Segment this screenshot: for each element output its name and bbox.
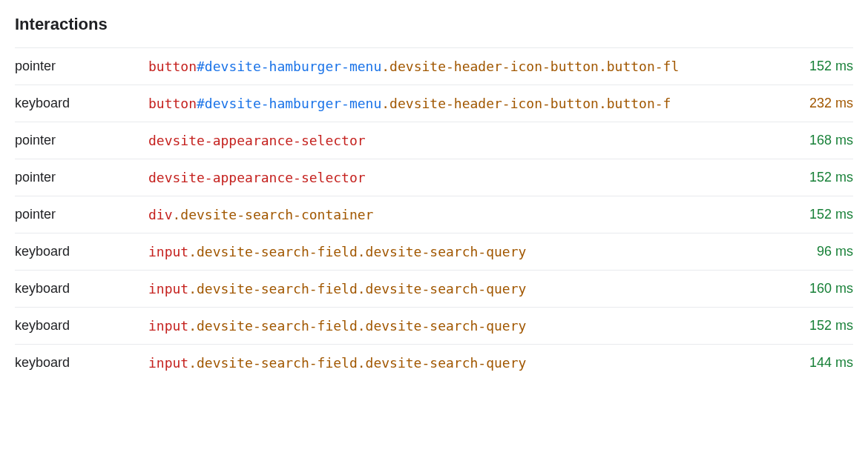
interaction-selector: button#devsite-hamburger-menu.devsite-he…	[148, 96, 772, 111]
interaction-type: keyboard	[15, 244, 148, 259]
interaction-duration: 168 ms	[772, 133, 853, 148]
selector-class: .devsite-search-query	[358, 281, 527, 296]
selector-class: .devsite-search-query	[358, 244, 527, 259]
selector-class: .devsite-header-icon-button	[381, 96, 599, 111]
interaction-row[interactable]: keyboardinput.devsite-search-field.devsi…	[15, 270, 853, 307]
interactions-list: pointerbutton#devsite-hamburger-menu.dev…	[15, 47, 853, 381]
interaction-selector: input.devsite-search-field.devsite-searc…	[148, 281, 772, 296]
interaction-selector: input.devsite-search-field.devsite-searc…	[148, 318, 772, 334]
interaction-type: pointer	[15, 59, 148, 74]
interaction-duration: 152 ms	[772, 59, 853, 74]
selector-class: .devsite-search-field	[188, 281, 358, 296]
section-title: Interactions	[15, 15, 853, 34]
interaction-duration: 232 ms	[772, 96, 853, 111]
selector-tag: input	[148, 355, 188, 371]
interaction-row[interactable]: pointerdevsite-appearance-selector152 ms	[15, 159, 853, 196]
selector-id: #devsite-hamburger-menu	[197, 96, 381, 111]
selector-tag: devsite-appearance-selector	[148, 170, 366, 185]
interaction-duration: 160 ms	[772, 281, 853, 296]
selector-tag: button	[148, 59, 197, 74]
interaction-row[interactable]: pointerdiv.devsite-search-container152 m…	[15, 196, 853, 233]
interaction-selector: devsite-appearance-selector	[148, 170, 772, 185]
selector-class: .devsite-search-field	[188, 355, 358, 371]
selector-class: .devsite-search-query	[358, 355, 527, 371]
selector-tag: div	[148, 207, 173, 222]
selector-class: .button-f	[599, 96, 671, 111]
interaction-type: pointer	[15, 170, 148, 185]
interaction-duration: 152 ms	[772, 207, 853, 222]
selector-class: .devsite-search-query	[358, 318, 527, 334]
interaction-type: keyboard	[15, 355, 148, 371]
interaction-selector: button#devsite-hamburger-menu.devsite-he…	[148, 59, 772, 74]
selector-tag: input	[148, 318, 188, 334]
interaction-duration: 144 ms	[772, 355, 853, 371]
selector-tag: input	[148, 244, 188, 259]
interaction-type: pointer	[15, 207, 148, 222]
interaction-row[interactable]: keyboardinput.devsite-search-field.devsi…	[15, 307, 853, 344]
interaction-type: keyboard	[15, 281, 148, 296]
interaction-row[interactable]: pointerbutton#devsite-hamburger-menu.dev…	[15, 47, 853, 84]
interaction-type: keyboard	[15, 96, 148, 111]
interaction-row[interactable]: keyboardinput.devsite-search-field.devsi…	[15, 344, 853, 381]
interaction-row[interactable]: keyboardinput.devsite-search-field.devsi…	[15, 233, 853, 270]
interaction-selector: input.devsite-search-field.devsite-searc…	[148, 355, 772, 371]
selector-class: .devsite-search-field	[188, 244, 358, 259]
selector-tag: input	[148, 281, 188, 296]
interaction-selector: devsite-appearance-selector	[148, 133, 772, 148]
interaction-type: pointer	[15, 133, 148, 148]
selector-class: .devsite-header-icon-button	[381, 59, 599, 74]
interactions-panel: Interactions pointerbutton#devsite-hambu…	[15, 15, 853, 381]
interaction-duration: 152 ms	[772, 170, 853, 185]
selector-tag: devsite-appearance-selector	[148, 133, 366, 148]
interaction-duration: 152 ms	[772, 318, 853, 334]
interaction-type: keyboard	[15, 318, 148, 334]
interaction-row[interactable]: pointerdevsite-appearance-selector168 ms	[15, 122, 853, 159]
interaction-selector: input.devsite-search-field.devsite-searc…	[148, 244, 772, 259]
selector-class: .devsite-search-container	[173, 207, 374, 222]
selector-tag: button	[148, 96, 197, 111]
selector-id: #devsite-hamburger-menu	[197, 59, 381, 74]
selector-class: .devsite-search-field	[188, 318, 358, 334]
interaction-duration: 96 ms	[772, 244, 853, 259]
selector-class: .button-fl	[599, 59, 679, 74]
interaction-row[interactable]: keyboardbutton#devsite-hamburger-menu.de…	[15, 84, 853, 122]
interaction-selector: div.devsite-search-container	[148, 207, 772, 222]
